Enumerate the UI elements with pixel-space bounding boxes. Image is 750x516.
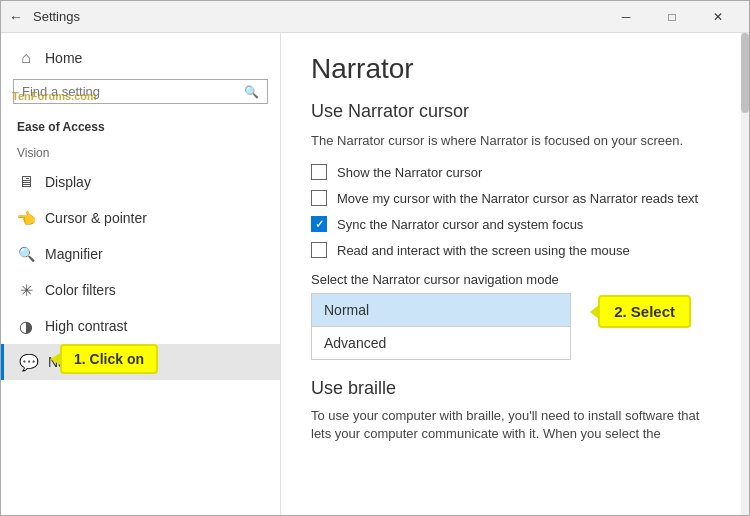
checkbox-read-interact-label: Read and interact with the screen using … <box>337 243 630 258</box>
checkbox-sync-cursor[interactable] <box>311 216 327 232</box>
sidebar-item-high-contrast[interactable]: ◑ High contrast <box>1 308 280 344</box>
checkbox-show-cursor-label: Show the Narrator cursor <box>337 165 482 180</box>
window-controls: ─ □ ✕ <box>603 1 741 33</box>
sidebar-item-color-filters[interactable]: ✳ Color filters <box>1 272 280 308</box>
main-content: Narrator Use Narrator cursor The Narrato… <box>281 33 749 515</box>
vision-label: Vision <box>1 138 280 164</box>
color-filters-icon: ✳ <box>17 281 35 299</box>
sidebar-item-narrator[interactable]: 💬 Narrator 1. Click on <box>1 344 280 380</box>
page-title: Narrator <box>311 53 719 85</box>
dropdown-wrapper: Normal Advanced 2. Select <box>311 293 571 360</box>
home-label: Home <box>45 50 82 66</box>
content-area: ⌂ Home 🔍 TenForums.com Ease of Access Vi… <box>1 33 749 515</box>
scrollbar-track <box>741 33 749 515</box>
checkbox-row-move-cursor: Move my cursor with the Narrator cursor … <box>311 190 719 206</box>
sidebar-item-magnifier-label: Magnifier <box>45 246 103 262</box>
sidebar-item-high-contrast-label: High contrast <box>45 318 127 334</box>
dropdown-option-advanced[interactable]: Advanced <box>311 326 571 360</box>
checkbox-sync-cursor-label: Sync the Narrator cursor and system focu… <box>337 217 583 232</box>
checkbox-row-read-interact: Read and interact with the screen using … <box>311 242 719 258</box>
sidebar-item-home[interactable]: ⌂ Home <box>1 41 280 75</box>
select-callout-text: 2. Select <box>614 303 675 320</box>
settings-window: ← Settings ─ □ ✕ ⌂ Home 🔍 TenForums.com … <box>0 0 750 516</box>
checkbox-row-show-cursor: Show the Narrator cursor <box>311 164 719 180</box>
close-button[interactable]: ✕ <box>695 1 741 33</box>
section1-desc: The Narrator cursor is where Narrator is… <box>311 132 719 150</box>
checkbox-read-interact[interactable] <box>311 242 327 258</box>
sidebar-item-display[interactable]: 🖥 Display <box>1 164 280 200</box>
scrollbar-thumb[interactable] <box>741 33 749 113</box>
checkbox-move-cursor-label: Move my cursor with the Narrator cursor … <box>337 191 698 206</box>
braille-desc: To use your computer with braille, you'l… <box>311 407 719 443</box>
nav-mode-dropdown[interactable]: Normal Advanced <box>311 293 571 360</box>
sidebar-item-cursor[interactable]: 👈 Cursor & pointer <box>1 200 280 236</box>
sidebar-item-color-filters-label: Color filters <box>45 282 116 298</box>
minimize-button[interactable]: ─ <box>603 1 649 33</box>
search-icon: 🔍 <box>244 85 259 99</box>
dropdown-option-normal[interactable]: Normal <box>311 293 571 326</box>
section1-title: Use Narrator cursor <box>311 101 719 122</box>
home-icon: ⌂ <box>17 49 35 67</box>
ease-of-access-label: Ease of Access <box>1 112 280 138</box>
titlebar-title: Settings <box>33 9 603 24</box>
click-callout-text: 1. Click on <box>74 351 144 367</box>
braille-title: Use braille <box>311 378 719 399</box>
click-callout: 1. Click on <box>60 344 158 374</box>
narrator-icon: 💬 <box>20 353 38 371</box>
maximize-button[interactable]: □ <box>649 1 695 33</box>
sidebar: ⌂ Home 🔍 TenForums.com Ease of Access Vi… <box>1 33 281 515</box>
titlebar: ← Settings ─ □ ✕ <box>1 1 749 33</box>
sidebar-item-display-label: Display <box>45 174 91 190</box>
high-contrast-icon: ◑ <box>17 317 35 335</box>
select-callout: 2. Select <box>598 295 691 328</box>
nav-mode-label: Select the Narrator cursor navigation mo… <box>311 272 719 287</box>
sidebar-item-magnifier[interactable]: 🔍 Magnifier <box>1 236 280 272</box>
checkbox-show-cursor[interactable] <box>311 164 327 180</box>
cursor-icon: 👈 <box>17 209 35 227</box>
back-button[interactable]: ← <box>9 9 23 25</box>
braille-section: Use braille To use your computer with br… <box>311 378 719 443</box>
search-input[interactable] <box>22 84 244 99</box>
checkbox-row-sync-cursor: Sync the Narrator cursor and system focu… <box>311 216 719 232</box>
sidebar-item-cursor-label: Cursor & pointer <box>45 210 147 226</box>
display-icon: 🖥 <box>17 173 35 191</box>
search-box[interactable]: 🔍 <box>13 79 268 104</box>
magnifier-icon: 🔍 <box>17 245 35 263</box>
checkbox-move-cursor[interactable] <box>311 190 327 206</box>
